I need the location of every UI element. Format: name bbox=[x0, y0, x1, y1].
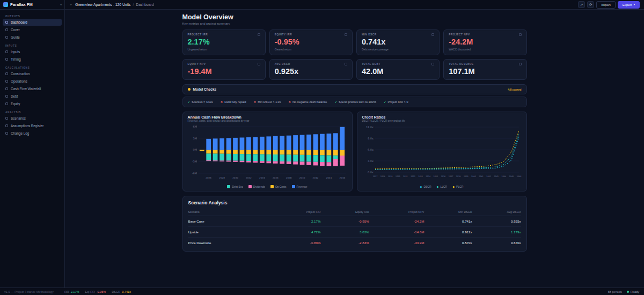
table-row-base-case[interactable]: Base Case2.17%-0.95%-24.2M0.741x0.925x bbox=[188, 216, 521, 227]
history-icon: ⟳ bbox=[589, 3, 592, 7]
table-body: Base Case2.17%-0.95%-24.2M0.741x0.925xUp… bbox=[188, 216, 521, 248]
scenario-value: 3.03% bbox=[320, 227, 369, 238]
metric-icon bbox=[345, 63, 347, 65]
kpi-sublabel: Debt service coverage bbox=[362, 48, 434, 51]
check-pass-icon: ✓ bbox=[384, 100, 386, 104]
topbar: Parallax FM « » Greenview Apartments - 1… bbox=[0, 0, 644, 10]
svg-text:6.0x: 6.0x bbox=[368, 148, 374, 151]
sidebar-item-label: Assumptions Register bbox=[11, 124, 43, 128]
legend-item-debt-svc[interactable]: Debt Svc bbox=[227, 185, 243, 188]
svg-text:2032: 2032 bbox=[411, 175, 415, 178]
kpi-sublabel: Ungeared return bbox=[188, 48, 260, 51]
breadcrumb-project[interactable]: Greenview Apartments - 120 Units bbox=[75, 3, 131, 6]
check-fail-icon: ✕ bbox=[254, 100, 257, 104]
svg-text:2039: 2039 bbox=[463, 175, 468, 178]
share-button[interactable]: ↗ bbox=[578, 1, 585, 8]
check-label: Project IRR > 0 bbox=[387, 100, 408, 104]
check-pass-icon: ✓ bbox=[334, 100, 337, 104]
app-logo bbox=[3, 2, 8, 7]
sidebar-item-scenarios[interactable]: Scenarios bbox=[3, 115, 62, 122]
import-button[interactable]: Import bbox=[596, 1, 616, 9]
svg-text:6M: 6M bbox=[193, 125, 197, 128]
charts-row: Annual Cash Flow Breakdown Revenue, cost… bbox=[182, 112, 527, 191]
table-row-upside[interactable]: Upside4.72%3.03%-14.6M0.912x1.179x bbox=[188, 227, 521, 238]
periods-count: 88 periods bbox=[608, 290, 622, 293]
sidebar-item-equity[interactable]: Equity bbox=[3, 100, 62, 107]
table-row-price-downside[interactable]: Price Downside-0.89%-2.83%-33.9M0.570x0.… bbox=[188, 238, 521, 248]
legend-diamond-icon: ◆ bbox=[452, 186, 455, 188]
legend-item-revenue[interactable]: Revenue bbox=[292, 185, 308, 188]
check-fail-icon: ✕ bbox=[221, 100, 223, 104]
sidebar-item-construction[interactable]: Construction bbox=[3, 70, 62, 77]
svg-text:2029: 2029 bbox=[387, 175, 392, 178]
legend-swatch-icon bbox=[227, 185, 230, 188]
svg-text:2040: 2040 bbox=[299, 176, 305, 179]
check-label: Debt fully repaid bbox=[224, 100, 246, 104]
sidebar-item-change-log[interactable]: Change Log bbox=[3, 130, 62, 137]
legend-item-dscr[interactable]: ◆DSCR bbox=[420, 185, 431, 188]
scenario-value: -0.89% bbox=[269, 238, 320, 248]
sidebar-item-assumptions-register[interactable]: Assumptions Register bbox=[3, 122, 62, 129]
metric-icon bbox=[258, 63, 260, 65]
kpi-value: -0.95% bbox=[275, 38, 347, 46]
status-metric-label: DSCR bbox=[112, 290, 120, 293]
legend-item-llcr[interactable]: ◆LLCR bbox=[437, 185, 448, 188]
sidebar-item-guide[interactable]: Guide bbox=[3, 34, 62, 41]
scenario-value: -14.6M bbox=[369, 227, 425, 238]
check-label: No negative cash balance bbox=[292, 100, 327, 104]
svg-text:2040: 2040 bbox=[471, 175, 476, 178]
svg-text:0M: 0M bbox=[193, 148, 197, 151]
svg-text:2036: 2036 bbox=[441, 175, 445, 178]
sidebar-item-cover[interactable]: Cover bbox=[3, 26, 62, 33]
column-header-equity-irr: Equity IRR bbox=[320, 209, 369, 216]
kpi-card-equity-npv: EQUITY NPV-19.4M bbox=[182, 59, 266, 80]
sidebar-item-timing[interactable]: Timing bbox=[3, 56, 62, 63]
panel-toggle-icon[interactable]: » bbox=[70, 3, 72, 6]
svg-text:2038: 2038 bbox=[286, 176, 291, 179]
scenario-value: 0.741x bbox=[424, 216, 472, 227]
kpi-card-avg-dscr: AVG DSCR0.925x bbox=[269, 59, 353, 80]
sidebar-item-dashboard[interactable]: Dashboard bbox=[3, 19, 62, 26]
cashflow-chart-panel: Annual Cash Flow Breakdown Revenue, cost… bbox=[182, 112, 353, 191]
svg-text:2033: 2033 bbox=[418, 175, 423, 178]
svg-text:2028: 2028 bbox=[380, 175, 385, 178]
breadcrumb-separator: / bbox=[133, 3, 134, 6]
status-metric-label: Eq IRR bbox=[85, 290, 95, 293]
kpi-label: EQUITY IRR bbox=[275, 33, 292, 36]
sidebar-item-label: Timing bbox=[11, 57, 21, 61]
export-button[interactable]: Export ▾ bbox=[618, 1, 640, 9]
svg-text:2043: 2043 bbox=[494, 175, 499, 178]
legend-item-plcr[interactable]: ◆PLCR bbox=[452, 185, 463, 188]
scenario-value: -24.2M bbox=[369, 216, 425, 227]
scenario-value: 0.912x bbox=[424, 227, 472, 238]
svg-text:0.0x: 0.0x bbox=[368, 171, 374, 174]
sidebar-item-debt[interactable]: Debt bbox=[3, 93, 62, 100]
statusbar-metrics: IRR2.17%Eq IRR-0.95%DSCR0.741x bbox=[64, 290, 131, 293]
legend-label: DSCR bbox=[423, 185, 431, 188]
scenario-value: 2.17% bbox=[269, 216, 320, 227]
kpi-card-total-revenue: TOTAL REVENUE107.1M bbox=[443, 59, 526, 80]
legend-item-dividends[interactable]: Dividends bbox=[248, 185, 265, 188]
svg-text:2032: 2032 bbox=[246, 176, 252, 179]
kpi-sublabel: WACC discounted bbox=[449, 48, 521, 51]
svg-text:2046: 2046 bbox=[516, 175, 521, 178]
sidebar-nav: OUTPUTSDashboardCoverGuideINPUTSInputsTi… bbox=[0, 15, 64, 137]
sidebar-item-inputs[interactable]: Inputs bbox=[3, 48, 62, 55]
sidebar-item-operations[interactable]: Operations bbox=[3, 78, 62, 85]
sidebar-item-cash-flow-waterfall[interactable]: Cash Flow Waterfall bbox=[3, 85, 62, 92]
metric-icon bbox=[519, 33, 522, 36]
sidebar-collapse-icon[interactable]: « bbox=[60, 3, 62, 6]
checks-item-list: ✓Sources = Uses✕Debt fully repaid✕Min DS… bbox=[182, 97, 527, 107]
equity-icon bbox=[5, 102, 8, 105]
kpi-label: PROJECT IRR bbox=[188, 33, 208, 36]
svg-text:3.0x: 3.0x bbox=[368, 159, 374, 163]
cash-flow-waterfall-icon bbox=[5, 87, 8, 90]
kpi-label: EQUITY NPV bbox=[188, 63, 206, 65]
kpi-sublabel: Geared return bbox=[275, 48, 347, 51]
history-button[interactable]: ⟳ bbox=[587, 1, 594, 8]
legend-item-op-costs[interactable]: Op Costs bbox=[270, 185, 287, 188]
status-dot-icon bbox=[188, 88, 191, 91]
status-metric-value: 2.17% bbox=[71, 290, 79, 293]
cover-icon bbox=[5, 28, 8, 31]
scenario-analysis-panel: Scenario Analysis ScenarioProject IRREqu… bbox=[182, 196, 527, 252]
